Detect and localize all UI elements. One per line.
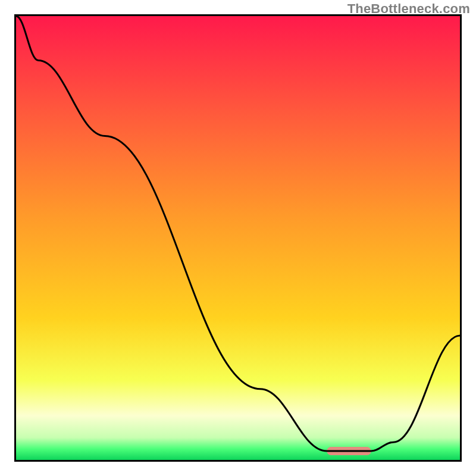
watermark-text: TheBottleneck.com <box>347 1 470 17</box>
gradient-panel <box>16 16 460 460</box>
chart-stage: TheBottleneck.com <box>0 0 476 476</box>
bottleneck-chart <box>14 14 462 462</box>
